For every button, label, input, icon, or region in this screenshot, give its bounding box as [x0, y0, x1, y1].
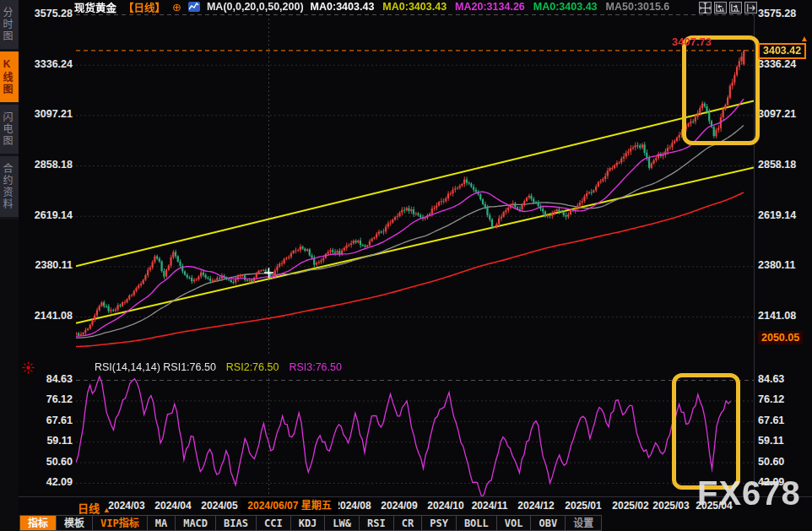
- indicator-button-boll[interactable]: BOLL: [456, 515, 497, 531]
- rsi-axis-right-label: 84.63: [758, 373, 810, 385]
- rsi-axis-left-label: 67.61: [20, 415, 73, 426]
- indicator-button-vol[interactable]: VOL: [496, 515, 532, 531]
- expand-icon[interactable]: ⊕: [172, 1, 181, 14]
- rsi-axis-left-label: 76.12: [20, 393, 73, 405]
- indicator-button-settings[interactable]: 设置: [565, 515, 602, 531]
- price-chart-canvas[interactable]: [76, 14, 754, 355]
- ma-value-4: MA50:3015.6: [606, 1, 670, 13]
- indicator-button-kdj[interactable]: KDJ: [290, 515, 326, 531]
- indicator-button-lw[interactable]: LW&: [324, 515, 360, 531]
- panel-separator: [19, 496, 812, 497]
- sidebar-tab-kline-chart[interactable]: K线图: [0, 51, 19, 105]
- x-axis-label: 2025/04: [685, 500, 744, 512]
- rsi-axis-left-label: 50.60: [20, 456, 73, 468]
- rsi3-value: RSI3:76.50: [289, 361, 342, 373]
- rsi-legend: RSI(14,14,14) RSI1:76.50 RSI2:76.50 RSI3…: [95, 361, 342, 373]
- period-low-tag: 2050.05: [758, 331, 803, 344]
- ma-value-3: MA0:3403.43: [533, 1, 598, 13]
- rsi-axis-left-label: 59.11: [20, 435, 73, 447]
- price-axis-left-label: 3575.28: [20, 8, 73, 19]
- date-axis: 日线 ▲ 2024/06/07 星期五 2024/032024/042024/0…: [19, 498, 812, 515]
- indicator-button-macd[interactable]: MACD: [175, 515, 216, 531]
- period-badge: 【日线】: [123, 0, 165, 15]
- sidebar-tab-tick-chart[interactable]: 闪电图: [0, 105, 19, 156]
- ma-value-0: MA0:3403.43: [311, 1, 375, 13]
- rsi-axis-right-label: 59.11: [758, 435, 810, 447]
- rsi-axis-right-label: 76.12: [758, 393, 810, 405]
- indicator-button-rsi[interactable]: RSI: [359, 515, 394, 531]
- chart-main-area: 现货黄金 【日线】 ⊕ MA(0,0,20,0,50,200) MA0:3403…: [19, 0, 812, 531]
- ma-value-2: MA20:3134.26: [455, 1, 525, 13]
- rsi-axis-right-label: 42.09: [758, 476, 810, 488]
- rsi-chart-canvas[interactable]: [76, 361, 754, 496]
- scale-right-icon[interactable]: [729, 2, 742, 14]
- period-selector[interactable]: 日线 ▲: [78, 500, 111, 516]
- pane-move-icon[interactable]: [699, 2, 712, 14]
- indicator-button-obv[interactable]: OBV: [530, 515, 566, 531]
- rsi-axis-right-label: 50.60: [758, 456, 810, 468]
- trading-app-window: 分时图K线图闪电图合约资料 现货黄金 【日线】 ⊕ MA(0,0,20,0,50…: [0, 0, 812, 531]
- price-axis-left-label: 2380.11: [20, 259, 73, 271]
- indicator-button-psy[interactable]: PSY: [421, 515, 457, 531]
- sidebar-tab-timeshare-chart[interactable]: 分时图: [0, 0, 19, 51]
- price-axis-right-label: 3575.28: [758, 8, 810, 19]
- price-axis-right-label: 2619.14: [758, 209, 810, 221]
- indicator-button-cr[interactable]: CR: [393, 515, 422, 531]
- line-chart-icon: [188, 2, 200, 12]
- price-axis-right-label: 2858.18: [758, 159, 810, 171]
- chart-legend: 现货黄金 【日线】 ⊕ MA(0,0,20,0,50,200) MA0:3403…: [74, 0, 669, 14]
- price-axis-left-label: 3336.24: [20, 58, 73, 70]
- indicator-button-cci[interactable]: CCI: [256, 515, 291, 531]
- rsi-axis-left-label: 42.09: [20, 476, 73, 488]
- indicator-button-templates[interactable]: 模板: [56, 515, 93, 531]
- symbol-name: 现货黄金: [74, 0, 116, 15]
- crosshair-date-tooltip: 2024/06/07 星期五: [241, 498, 338, 514]
- current-price-tag: 3403.42: [758, 43, 806, 59]
- pane-toolbar: [699, 2, 757, 14]
- ma-values: MA0:3403.43MA0:3403.43MA20:3134.26MA0:34…: [311, 1, 670, 13]
- rsi-highlight-box: [672, 373, 740, 490]
- price-highlight-box: [682, 35, 760, 145]
- indicator-button-indicators[interactable]: 指标: [19, 515, 57, 531]
- pan-right-icon[interactable]: [744, 2, 757, 14]
- alert-starburst-icon: [22, 361, 35, 377]
- indicator-button-bias[interactable]: BIAS: [215, 515, 257, 531]
- period-high-annotation: 3407.73: [672, 35, 712, 48]
- price-axis-right-label: 3097.21: [758, 108, 810, 120]
- price-axis-left-label: 2619.14: [20, 209, 73, 221]
- price-axis-right-label: 3336.24: [758, 58, 810, 70]
- price-axis-right-label: 2380.11: [758, 259, 810, 271]
- indicator-button-ma[interactable]: MA: [147, 515, 176, 531]
- ma-value-1: MA0:3403.43: [382, 1, 447, 13]
- indicator-button-vip-indicators[interactable]: VIP指标: [92, 515, 148, 531]
- price-up-arrow-icon: ▲: [800, 34, 809, 43]
- rsi2-value: RSI2:76.50: [226, 361, 279, 373]
- price-axis-right-label: 2141.08: [758, 310, 810, 322]
- chart-type-sidebar: 分时图K线图闪电图合约资料: [0, 0, 19, 531]
- sidebar-tab-contract-info[interactable]: 合约资料: [0, 156, 19, 219]
- scale-left-icon[interactable]: [714, 2, 727, 14]
- indicator-toolbar: 指标模板VIP指标MAMACDBIASCCIKDJLW&RSICRPSYBOLL…: [20, 515, 602, 531]
- ma-settings: MA(0,0,20,0,50,200): [207, 1, 304, 13]
- price-axis-left-label: 2141.08: [20, 310, 73, 322]
- price-axis-left-label: 2858.18: [20, 159, 73, 171]
- rsi-axis-right-label: 67.61: [758, 415, 810, 426]
- rsi1-value: RSI(14,14,14) RSI1:76.50: [95, 361, 216, 373]
- price-axis-left-label: 3097.21: [20, 108, 73, 120]
